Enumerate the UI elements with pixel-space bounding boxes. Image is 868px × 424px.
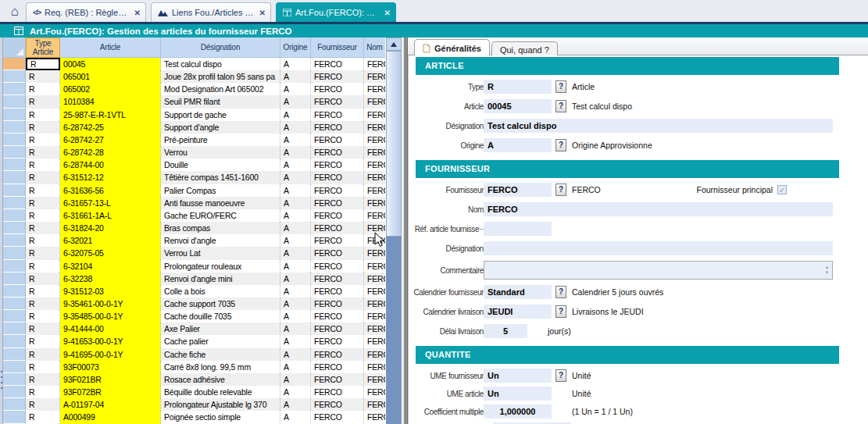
table-cell[interactable]: Joue 28x profil talon 95 sans pa (161, 70, 280, 83)
field-input[interactable] (484, 241, 833, 255)
table-cell[interactable]: R (26, 234, 60, 247)
table-cell[interactable]: A (280, 83, 311, 95)
column-header-origine[interactable]: Origine (280, 37, 311, 58)
close-icon[interactable]: ✕ (259, 9, 266, 17)
field-input[interactable]: A (484, 138, 552, 152)
table-cell[interactable]: R (26, 109, 60, 121)
table-cell[interactable]: Carré 8x8 long. 99,5 mm (161, 361, 280, 373)
row-selector[interactable] (3, 95, 26, 108)
detail-tab-0[interactable]: Généralités (414, 39, 490, 56)
row-selector[interactable] (3, 361, 26, 373)
table-cell[interactable]: A (280, 159, 311, 171)
table-cell[interactable]: 6-32075-05 (60, 247, 161, 259)
table-cell[interactable]: FERCO (311, 234, 364, 247)
table-cell[interactable]: R (26, 260, 60, 273)
table-cell[interactable]: Renvoi d'angle mini (161, 273, 280, 285)
row-selector[interactable] (3, 171, 26, 183)
table-cell[interactable]: R (26, 386, 60, 398)
table-cell[interactable]: FERCO (364, 386, 385, 398)
table-cell[interactable]: 9-35485-00-0-1Y (60, 310, 161, 322)
table-cell[interactable]: R (26, 298, 60, 310)
table-cell[interactable]: Cache douille 7035 (161, 310, 280, 322)
table-cell[interactable]: FERCO (364, 58, 385, 70)
help-lookup-button[interactable]: ? (555, 369, 566, 382)
table-cell[interactable]: A (280, 273, 311, 285)
scrollbar-thumb[interactable] (386, 51, 402, 237)
row-selector[interactable] (3, 70, 26, 83)
table-cell[interactable]: FERCO (364, 335, 385, 347)
row-selector[interactable] (3, 222, 26, 234)
help-lookup-button[interactable]: ? (555, 80, 566, 93)
table-cell[interactable]: FERCO (364, 373, 385, 386)
table-cell[interactable]: FERCO (311, 58, 364, 70)
table-cell[interactable]: A (280, 146, 311, 159)
row-selector[interactable] (3, 209, 26, 222)
field-input[interactable]: Test calcul dispo (484, 119, 833, 133)
table-cell[interactable]: R (26, 146, 60, 159)
splitter-grip[interactable] (1, 382, 2, 383)
spinner-arrows-icon[interactable]: ▲▼ (823, 262, 831, 278)
table-cell[interactable]: FERCO (311, 222, 364, 234)
table-cell[interactable]: Colle a bois (161, 285, 280, 298)
row-selector[interactable] (3, 184, 26, 197)
table-cell[interactable]: Prolongateur rouleaux (161, 260, 280, 273)
table-cell[interactable]: R (26, 285, 60, 298)
row-selector[interactable] (3, 348, 26, 361)
table-cell[interactable]: R (26, 58, 60, 70)
table-cell[interactable]: 6-32104 (60, 260, 161, 273)
window-tab-0[interactable]: </>Req. (REB) : Règles DIAL...✕ (26, 2, 146, 22)
table-corner-selector[interactable] (3, 37, 26, 58)
table-cell[interactable]: FERCO (311, 322, 364, 335)
table-cell[interactable]: Test calcul dispo (161, 58, 280, 70)
table-cell[interactable]: FERCO (364, 398, 385, 411)
table-cell[interactable]: 6-31512-12 (60, 171, 161, 183)
table-cell[interactable]: 6-28742-25 (60, 121, 161, 134)
table-cell[interactable]: A (280, 70, 311, 83)
table-cell[interactable]: 6-31824-20 (60, 222, 161, 234)
table-cell[interactable]: R (26, 209, 60, 222)
table-cell[interactable]: FERCO (364, 83, 385, 95)
table-cell[interactable]: R (26, 197, 60, 209)
table-cell[interactable]: FERCO (364, 159, 385, 171)
table-cell[interactable]: FERCO (311, 146, 364, 159)
table-cell[interactable]: FERCO (311, 159, 364, 171)
row-selector[interactable] (3, 159, 26, 171)
table-cell[interactable]: 6-32238 (60, 273, 161, 285)
table-cell[interactable]: Poignée sectio simple (161, 411, 280, 423)
help-lookup-button[interactable]: ? (555, 139, 566, 151)
table-cell[interactable]: A (280, 121, 311, 134)
table-cell[interactable]: FERCO (311, 247, 364, 259)
help-lookup-button[interactable]: ? (555, 183, 566, 196)
table-cell[interactable]: A (280, 298, 311, 310)
table-cell[interactable]: 6-28742-28 (60, 146, 161, 159)
table-cell[interactable]: 1010384 (60, 95, 161, 108)
table-cell[interactable]: FERCO (364, 234, 385, 247)
window-tab-2[interactable]: Art.Fou.(FERCO): Gestio...✕ (276, 2, 396, 22)
table-cell[interactable]: Palier Compas (161, 184, 280, 197)
table-cell[interactable]: FERCO (311, 310, 364, 322)
table-cell[interactable]: Axe Palier (161, 322, 280, 335)
close-icon[interactable]: ✕ (134, 9, 141, 17)
column-header-nom[interactable]: Nom (364, 37, 385, 58)
table-cell[interactable]: 6-28744-00 (60, 159, 161, 171)
column-header-article[interactable]: Article (60, 37, 161, 58)
row-selector[interactable] (3, 121, 26, 134)
table-cell[interactable]: FERCO (364, 348, 385, 361)
table-cell[interactable]: FERCO (311, 109, 364, 121)
table-cell[interactable]: R (26, 171, 60, 183)
table-cell[interactable]: FERCO (311, 209, 364, 222)
table-cell[interactable]: FERCO (311, 298, 364, 310)
table-cell[interactable]: FERCO (364, 273, 385, 285)
row-selector[interactable] (3, 234, 26, 247)
table-cell[interactable]: Bras compas (161, 222, 280, 234)
table-cell[interactable]: FERCO (364, 209, 385, 222)
help-lookup-button[interactable]: ? (555, 286, 566, 298)
row-selector[interactable] (3, 109, 26, 121)
table-cell[interactable]: Gache EURO/FERC (161, 209, 280, 222)
table-cell[interactable]: FERCO (311, 398, 364, 411)
row-selector[interactable] (3, 310, 26, 322)
table-cell[interactable]: R (26, 335, 60, 347)
table-cell[interactable]: 93F00073 (60, 361, 161, 373)
table-cell[interactable]: FERCO (311, 95, 364, 108)
help-lookup-button[interactable]: ? (555, 305, 566, 318)
